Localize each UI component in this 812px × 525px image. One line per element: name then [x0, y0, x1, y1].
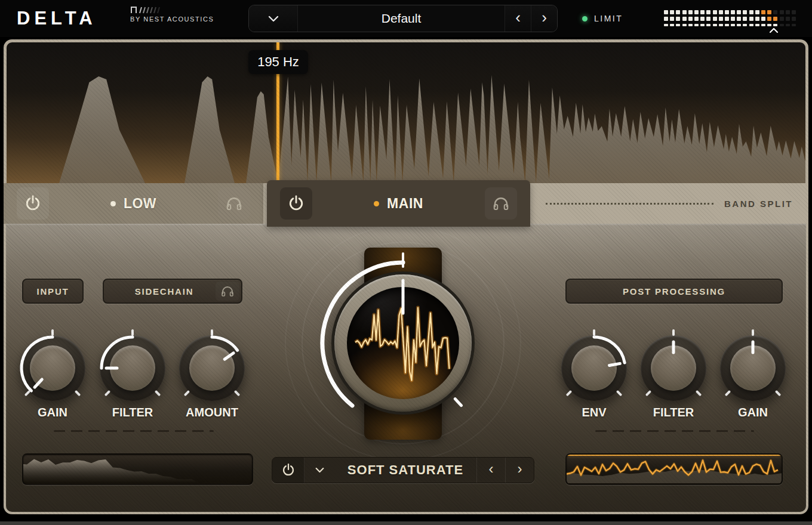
meter-cell [786, 17, 790, 21]
big-knob-drive[interactable] [331, 271, 475, 415]
knob-label-filter-right: FILTER [629, 406, 718, 419]
meter-cell [786, 24, 790, 26]
preset-bar: Default ‹ › [248, 5, 558, 32]
meter-cell [731, 24, 735, 26]
low-solo-button[interactable] [218, 187, 250, 220]
output-waveform-shape [567, 455, 782, 484]
meter-expand-caret-icon[interactable] [769, 27, 779, 33]
low-power-button[interactable] [17, 187, 49, 220]
meter-cell [749, 17, 753, 21]
meter-cell [773, 24, 777, 26]
meter-cell [713, 24, 717, 26]
meter-cell [700, 17, 705, 21]
preset-name[interactable]: Default [298, 5, 505, 32]
mode-name[interactable]: SOFT SATURATE [334, 458, 476, 483]
post-processing-label: POST PROCESSING [623, 286, 725, 297]
sidechain-button[interactable]: SIDECHAIN [103, 279, 242, 304]
headphones-icon [492, 194, 510, 212]
meter-cell [725, 24, 729, 26]
knob-gain-left[interactable] [20, 335, 85, 401]
meter-cell [682, 24, 687, 26]
sidechain-listen-button[interactable] [216, 282, 239, 301]
knob-label-gain-left: GAIN [8, 406, 97, 419]
meter-cell [755, 24, 759, 26]
meter-cell [761, 24, 765, 26]
plugin-window: { "header": { "logo": "DELTA", "byline":… [0, 0, 812, 525]
limit-led [582, 16, 588, 21]
spectrum-curve [7, 42, 805, 183]
meter-cell [737, 24, 741, 26]
tab-band-low[interactable]: LOW [4, 183, 263, 224]
meter-cell [743, 10, 747, 14]
meter-cell [719, 24, 723, 26]
main-power-button[interactable] [280, 187, 312, 220]
knob-gain-right[interactable] [720, 335, 786, 401]
preset-next-button[interactable]: › [531, 5, 557, 32]
preset-menu-button[interactable] [249, 5, 298, 32]
meter-cell [749, 10, 753, 14]
right-dashed-separator [595, 430, 754, 432]
meter-cell [731, 17, 735, 21]
chevron-down-icon [315, 467, 324, 473]
knob-label-gain-right: GAIN [708, 406, 798, 419]
meter-cell [676, 10, 680, 14]
meter-cell [719, 17, 723, 21]
crossover-tooltip: 195 Hz [248, 50, 308, 74]
meter-cell [706, 17, 710, 21]
knob-label-env: ENV [549, 406, 639, 419]
meter-cell [786, 10, 790, 14]
meter-cell [737, 17, 741, 21]
meter-cell [713, 17, 717, 21]
mode-prev-button[interactable]: ‹ [476, 458, 505, 483]
meter-cell [743, 24, 747, 26]
main-band-dot [374, 201, 379, 206]
mode-menu-button[interactable] [304, 458, 334, 483]
big-knob-waveform [347, 287, 459, 399]
meter-cell [670, 17, 674, 21]
mode-next-button[interactable]: › [505, 458, 534, 483]
mode-selector-bar: SOFT SATURATE ‹ › [272, 457, 534, 483]
meter-cell [773, 17, 777, 21]
meter-cell [688, 24, 693, 26]
brand-logo: DELTA [17, 8, 97, 29]
band-edit-panel: INPUT SIDECHAIN POST PROCESSING G [6, 224, 806, 512]
meter-cell [780, 17, 784, 21]
main-solo-button[interactable] [485, 187, 517, 220]
meter-cell [676, 24, 680, 26]
meter-cell [706, 24, 710, 26]
meter-cell [713, 10, 717, 14]
meter-row [664, 17, 796, 21]
meter-cell [688, 17, 693, 21]
knob-env[interactable] [561, 335, 627, 401]
meter-cell [792, 17, 796, 21]
meter-cell [700, 10, 705, 14]
meter-cell [767, 10, 771, 14]
output-waveform-thumbnail [565, 453, 783, 485]
meter-cell [664, 24, 668, 26]
low-band-label: LOW [124, 196, 156, 212]
brand-byline-text: BY NEST ACOUSTICS [130, 16, 214, 23]
plugin-frame: 195 Hz LOW [4, 39, 808, 514]
meter-cell [743, 17, 747, 21]
knob-filter-left[interactable] [100, 335, 165, 401]
knob-filter-right[interactable] [641, 335, 706, 401]
mode-power-button[interactable] [272, 458, 304, 483]
main-band-label: MAIN [387, 196, 423, 212]
input-spectrum-thumbnail [22, 453, 253, 485]
knob-label-filter-left: FILTER [88, 406, 177, 419]
meter-cell [761, 17, 765, 21]
post-processing-button[interactable]: POST PROCESSING [565, 279, 783, 304]
window-bottom-strip [0, 521, 812, 525]
sidechain-button-label: SIDECHAIN [135, 286, 194, 297]
meter-cell [694, 10, 699, 14]
meter-cell [676, 17, 680, 21]
meter-cell [731, 10, 735, 14]
knob-amount[interactable] [179, 335, 245, 401]
limit-toggle[interactable]: LIMIT [582, 0, 623, 37]
preset-prev-button[interactable]: ‹ [505, 5, 531, 32]
input-button[interactable]: INPUT [22, 279, 84, 304]
headphones-icon [225, 194, 243, 212]
tab-band-main[interactable]: MAIN [267, 180, 530, 227]
meter-cell [719, 10, 723, 14]
meter-cell [725, 10, 729, 14]
